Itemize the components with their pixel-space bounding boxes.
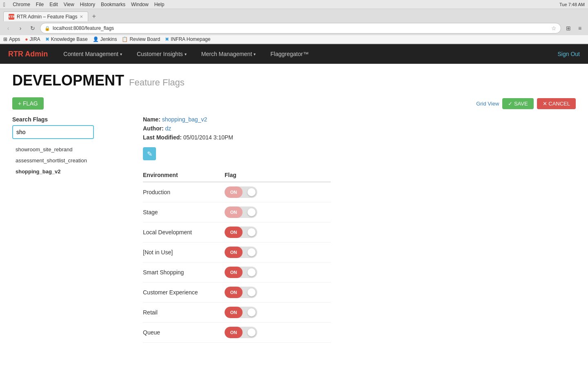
menu-file[interactable]: File — [36, 2, 44, 7]
bookmark-infra-homepage[interactable]: ✖ INFRA Homepage — [165, 36, 210, 42]
env-toggle-cell: ON — [225, 303, 331, 323]
bookmark-jira[interactable]: ● JIRA — [25, 36, 40, 42]
caret-icon: ▾ — [120, 52, 122, 56]
env-name: [Not in Use] — [143, 242, 225, 263]
menu-help[interactable]: Help — [154, 2, 165, 7]
env-name: Retail — [143, 303, 225, 323]
env-toggle-cell: ON — [225, 263, 331, 283]
nav-customer-insights[interactable]: Customer Insights ▾ — [134, 45, 190, 63]
table-row: [Not in Use]ON — [143, 242, 331, 263]
toggle-on-label: ON — [225, 247, 243, 258]
toggle-switch[interactable]: ON — [225, 247, 257, 258]
refresh-button[interactable]: ↻ — [28, 23, 38, 33]
search-input[interactable] — [12, 125, 94, 139]
toggle-handle — [247, 208, 256, 216]
toggle-switch[interactable]: ON — [225, 307, 257, 318]
edit-icon: ✎ — [147, 150, 152, 158]
toolbar-left: + FLAG — [12, 97, 44, 110]
tab-title: RTR Admin – Feature Flags — [17, 14, 78, 20]
env-name: Queue — [143, 323, 225, 343]
environments-table: Environment Flag ProductionONStageONLoca… — [143, 168, 331, 343]
toggle-switch[interactable]: ON — [225, 186, 257, 198]
menu-window[interactable]: Window — [131, 2, 149, 7]
tab-close-btn[interactable]: × — [80, 13, 83, 20]
browser-tab[interactable]: RTR RTR Admin – Feature Flags × — [3, 11, 88, 21]
bookmark-knowledge-base[interactable]: ✖ Knowledge Base — [45, 36, 88, 42]
toggle-switch[interactable]: ON — [225, 267, 257, 278]
toggle-handle — [247, 228, 256, 236]
nav-flaggregator[interactable]: Flaggregator™ — [267, 45, 312, 63]
address-bar[interactable]: 🔒 localhost:8080/feature_flags ☆ — [40, 23, 561, 34]
bookmark-infra-label: INFRA Homepage — [171, 36, 210, 42]
bookmark-apps[interactable]: ⊞ Apps — [3, 36, 20, 42]
mac-menubar:  Chrome File Edit View History Bookmark… — [0, 0, 588, 9]
toggle-handle — [247, 188, 256, 196]
env-toggle-cell: ON — [225, 202, 331, 222]
knowledge-base-icon: ✖ — [45, 36, 49, 42]
jira-icon: ● — [25, 36, 28, 42]
save-button[interactable]: ✓ SAVE — [502, 98, 533, 109]
toggle-handle — [247, 328, 256, 337]
review-board-icon: 📋 — [122, 36, 128, 42]
bookmark-jenkins[interactable]: 👤 Jenkins — [93, 36, 117, 42]
toggle-switch[interactable]: ON — [225, 327, 257, 338]
toggle-switch[interactable]: ON — [225, 227, 257, 238]
list-item[interactable]: shopping_bag_v2 — [12, 166, 135, 177]
tab-favicon: RTR — [9, 14, 14, 20]
bookmark-review-board-label: Review Board — [129, 36, 160, 42]
modified-label: Last Modified: — [143, 134, 182, 141]
grid-view-link[interactable]: Grid View — [476, 101, 499, 107]
nav-merch-management[interactable]: Merch Management ▾ — [198, 45, 259, 63]
table-row: Customer ExperienceON — [143, 283, 331, 303]
page-content: DEVELOPMENT Feature Flags + FLAG Grid Vi… — [0, 64, 588, 351]
bookmark-review-board[interactable]: 📋 Review Board — [122, 36, 160, 42]
menubar-clock: Tue 7:48 AM — [559, 2, 585, 7]
table-row: Smart ShoppingON — [143, 263, 331, 283]
toggle-switch[interactable]: ON — [225, 287, 257, 298]
table-row: QueueON — [143, 323, 331, 343]
sign-out-link[interactable]: Sign Out — [558, 51, 580, 57]
toggle-handle — [247, 268, 256, 276]
forward-button[interactable]: › — [16, 23, 25, 33]
detail-info: Name: shopping_bag_v2 Author: dz Last Mo… — [143, 116, 576, 141]
env-toggle-cell: ON — [225, 182, 331, 202]
bookmark-knowledge-base-label: Knowledge Base — [51, 36, 88, 42]
menu-history[interactable]: History — [80, 2, 95, 7]
left-panel: Search Flags showroom_site_rebrand asses… — [12, 116, 135, 343]
extensions-button[interactable]: ⊞ — [564, 23, 573, 33]
menu-view[interactable]: View — [64, 2, 74, 7]
toggle-handle — [247, 248, 256, 256]
env-column-header: Environment — [143, 168, 225, 182]
table-row: RetailON — [143, 303, 331, 323]
menu-bookmarks[interactable]: Bookmarks — [101, 2, 125, 7]
env-toggle-cell: ON — [225, 323, 331, 343]
list-item[interactable]: assessment_shortlist_creation — [12, 155, 135, 166]
toggle-switch[interactable]: ON — [225, 206, 257, 218]
name-value: shopping_bag_v2 — [162, 116, 207, 123]
toggle-on-label: ON — [225, 287, 243, 298]
apple-icon:  — [3, 1, 5, 8]
menu-button[interactable]: ≡ — [575, 23, 585, 33]
toggle-handle — [247, 308, 256, 316]
caret-icon: ▾ — [254, 52, 256, 56]
app-navbar: RTR Admin Content Management ▾ Customer … — [0, 44, 588, 64]
list-item[interactable]: showroom_site_rebrand — [12, 144, 135, 155]
cancel-button[interactable]: ✕ CANCEL — [537, 98, 576, 109]
back-button[interactable]: ‹ — [3, 23, 13, 33]
toggle-on-label: ON — [225, 186, 243, 198]
nav-content-management[interactable]: Content Management ▾ — [60, 45, 125, 63]
toggle-on-label: ON — [225, 267, 243, 278]
table-row: Local DevelopmentON — [143, 222, 331, 242]
env-name: Smart Shopping — [143, 263, 225, 283]
add-flag-button[interactable]: + FLAG — [12, 97, 44, 110]
page-title-sub: Feature Flags — [129, 77, 185, 88]
env-name: Customer Experience — [143, 283, 225, 303]
toolbar: + FLAG Grid View ✓ SAVE ✕ CANCEL — [12, 97, 576, 110]
edit-button[interactable]: ✎ — [143, 147, 156, 160]
menu-edit[interactable]: Edit — [49, 2, 58, 7]
author-value: dz — [165, 125, 171, 132]
toggle-handle — [247, 288, 256, 296]
menu-chrome[interactable]: Chrome — [13, 2, 30, 7]
env-toggle-cell: ON — [225, 283, 331, 303]
new-tab-button[interactable]: + — [89, 11, 99, 21]
